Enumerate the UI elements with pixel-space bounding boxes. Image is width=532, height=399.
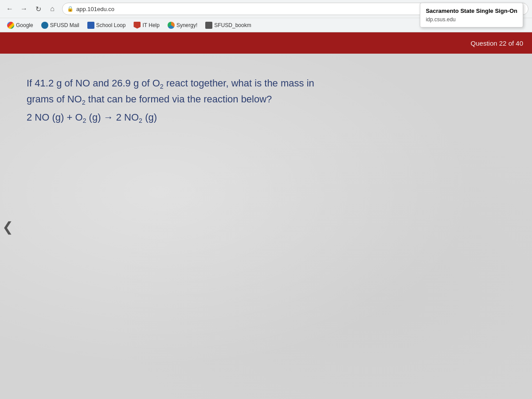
- bookmark-it-help-label: IT Help: [142, 22, 159, 28]
- nav-buttons: ← → ↻ ⌂: [4, 3, 59, 15]
- sfusd-bookmarks-icon: [205, 22, 212, 29]
- forward-button[interactable]: →: [18, 3, 30, 15]
- refresh-button[interactable]: ↻: [32, 3, 44, 15]
- bookmark-it-help[interactable]: IT Help: [130, 20, 163, 30]
- bookmark-school-loop[interactable]: School Loop: [84, 20, 129, 30]
- synergy-icon: [168, 22, 175, 29]
- main-content: ❮ If 41.2 g of NO and 26.9 g of O2 react…: [0, 54, 532, 399]
- question-line1: If 41.2 g of NO and 26.9 g of O2 react t…: [27, 76, 426, 92]
- question-counter: Question 22 of 40: [471, 39, 523, 47]
- it-help-icon: [133, 22, 141, 29]
- url-text: app.101edu.co: [76, 6, 114, 12]
- question-line2: grams of NO2 that can be formed via the …: [27, 92, 426, 108]
- question-line3: 2 NO (g) + O2 (g) → 2 NO2 (g): [27, 110, 426, 126]
- google-icon: [7, 22, 14, 29]
- sso-title: Sacramento State Single Sign-On: [426, 7, 517, 16]
- sfusd-mail-icon: [41, 22, 48, 29]
- bookmark-synergy[interactable]: Synergy!: [164, 20, 201, 30]
- lock-icon: 🔒: [67, 6, 74, 12]
- bookmark-google[interactable]: Google: [4, 20, 37, 30]
- bookmark-google-label: Google: [16, 22, 33, 28]
- bookmark-synergy-label: Synergy!: [176, 22, 197, 28]
- red-header: Question 22 of 40: [0, 32, 532, 54]
- home-button[interactable]: ⌂: [46, 3, 59, 15]
- back-button[interactable]: ←: [4, 3, 16, 15]
- bookmark-sfusd-mail-label: SFUSD Mail: [50, 22, 79, 28]
- bookmark-sfusd-mail[interactable]: SFUSD Mail: [38, 20, 83, 30]
- left-nav-arrow[interactable]: ❮: [0, 215, 16, 239]
- bookmark-sfusd-bookmarks-label: SFUSD_bookm: [214, 22, 251, 28]
- sso-tooltip: Sacramento State Single Sign-On idp.csus…: [420, 3, 523, 27]
- sso-url: idp.csus.edu: [426, 16, 517, 23]
- school-loop-icon: [87, 22, 94, 29]
- question-body: If 41.2 g of NO and 26.9 g of O2 react t…: [27, 76, 426, 126]
- bookmark-sfusd-bookmarks[interactable]: SFUSD_bookm: [202, 20, 254, 30]
- bookmark-school-loop-label: School Loop: [96, 22, 126, 28]
